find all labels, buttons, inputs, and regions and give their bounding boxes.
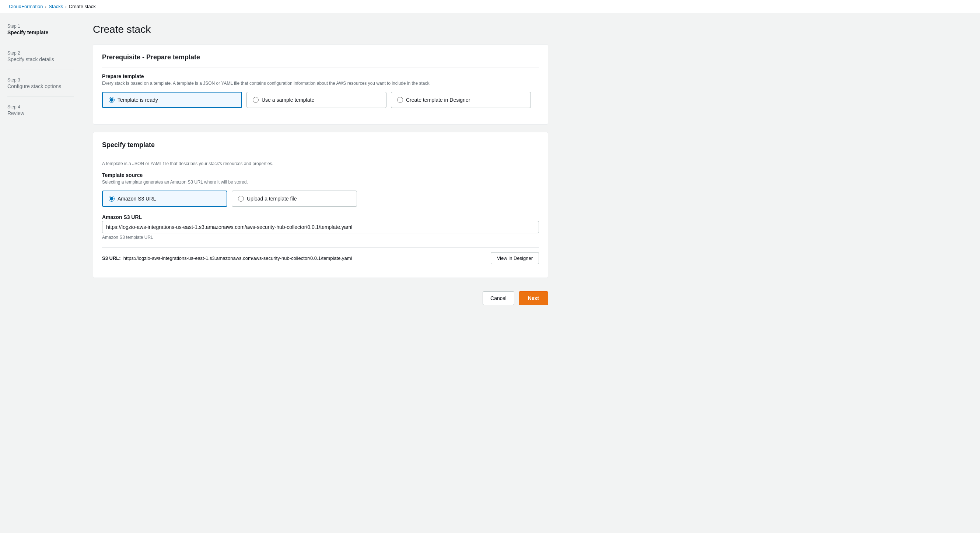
template-source-radio-group: Amazon S3 URL Upload a template file [102,191,539,207]
radio-designer-template[interactable] [397,97,403,103]
s3-url-prefix: S3 URL: [102,255,121,261]
template-source-group: Template source Selecting a template gen… [102,172,539,207]
sidebar-step-1: Step 1 Specify template [7,24,74,43]
s3-url-display-value: https://logzio-aws-integrations-us-east-… [123,255,352,261]
view-in-designer-button[interactable]: View in Designer [491,252,539,264]
s3-url-input[interactable] [102,221,539,233]
option-sample-template-label: Use a sample template [262,97,314,103]
radio-sample-template[interactable] [253,97,259,103]
prepare-template-label: Prepare template [102,73,539,79]
option-upload-file-label: Upload a template file [247,196,297,202]
breadcrumb-stacks[interactable]: Stacks [49,4,63,9]
s3-url-display-text: S3 URL: https://logzio-aws-integrations-… [102,255,352,261]
next-button[interactable]: Next [519,291,548,305]
sidebar-step-2: Step 2 Specify stack details [7,51,74,70]
prerequisite-card-title: Prerequisite - Prepare template [102,53,539,67]
sidebar-step-2-number: Step 2 [7,51,74,56]
sidebar-step-2-title: Specify stack details [7,56,74,62]
prepare-template-group: Prepare template Every stack is based on… [102,73,539,108]
page-title: Create stack [93,24,548,35]
prepare-template-desc: Every stack is based on a template. A te… [102,81,539,86]
s3-url-input-hint: Amazon S3 template URL [102,235,539,240]
option-designer-template-label: Create template in Designer [406,97,470,103]
breadcrumb-current: Create stack [69,4,96,9]
sidebar-step-1-title: Specify template [7,29,74,35]
sidebar-step-4: Step 4 Review [7,104,74,123]
s3-url-group: Amazon S3 URL Amazon S3 template URL [102,214,539,240]
breadcrumb-chevron-2: › [65,5,67,9]
prepare-template-radio-group: Template is ready Use a sample template … [102,92,539,108]
option-sample-template[interactable]: Use a sample template [247,92,387,108]
template-source-label: Template source [102,172,539,178]
sidebar-step-3-title: Configure stack options [7,83,74,89]
main-content: Create stack Prerequisite - Prepare temp… [81,13,560,530]
option-template-ready[interactable]: Template is ready [102,92,242,108]
prerequisite-card: Prerequisite - Prepare template Prepare … [93,44,548,124]
breadcrumb-cloudformation[interactable]: CloudFormation [9,4,43,9]
radio-upload-file[interactable] [238,196,244,202]
specify-template-card-title: Specify template [102,141,539,155]
s3-url-display: S3 URL: https://logzio-aws-integrations-… [102,247,539,269]
specify-template-card: Specify template A template is a JSON or… [93,132,548,278]
sidebar-step-3: Step 3 Configure stack options [7,77,74,97]
option-upload-file[interactable]: Upload a template file [232,191,357,207]
option-template-ready-label: Template is ready [118,97,158,103]
cancel-button[interactable]: Cancel [483,291,514,305]
footer-actions: Cancel Next [93,285,548,311]
sidebar-step-1-number: Step 1 [7,24,74,29]
breadcrumb-chevron-1: › [45,5,47,9]
sidebar: Step 1 Specify template Step 2 Specify s… [0,13,81,530]
option-designer-template[interactable]: Create template in Designer [391,92,531,108]
option-s3-url-label: Amazon S3 URL [118,196,156,202]
breadcrumb: CloudFormation › Stacks › Create stack [0,0,980,13]
sidebar-step-4-title: Review [7,110,74,116]
sidebar-step-4-number: Step 4 [7,104,74,110]
template-source-hint: Selecting a template generates an Amazon… [102,180,539,185]
sidebar-step-3-number: Step 3 [7,77,74,83]
radio-s3-url[interactable] [109,196,115,202]
radio-template-ready[interactable] [109,97,115,103]
specify-template-desc: A template is a JSON or YAML file that d… [102,161,539,166]
option-s3-url[interactable]: Amazon S3 URL [102,191,228,207]
s3-url-label: Amazon S3 URL [102,214,539,220]
